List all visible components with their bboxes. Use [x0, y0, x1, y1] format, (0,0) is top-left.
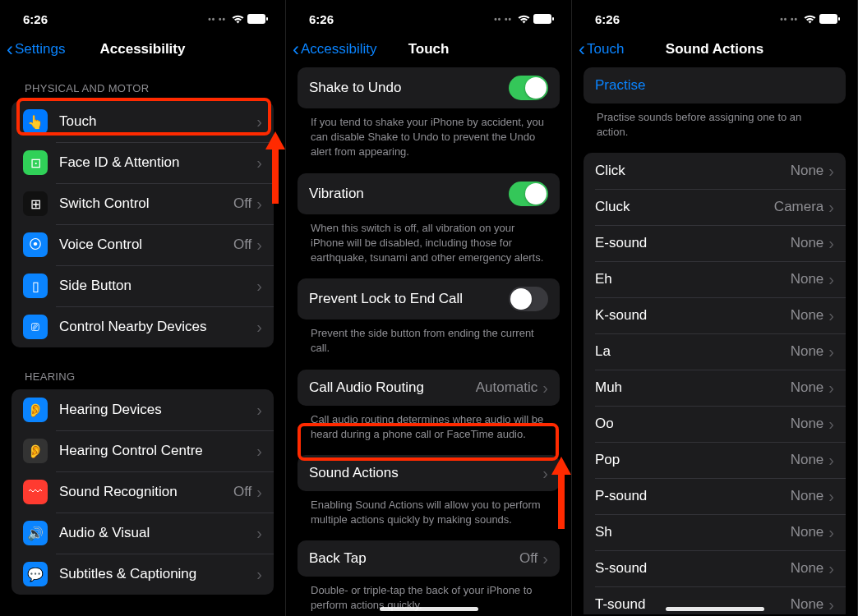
row-label: Prevent Lock to End Call — [309, 291, 509, 307]
row-detail: None — [791, 452, 824, 468]
row-detail: None — [791, 560, 824, 577]
row-sound-recognition[interactable]: 〰 Sound Recognition Off › — [12, 471, 274, 513]
hearing-control-icon: 👂 — [23, 439, 48, 463]
back-label: Accessibility — [301, 41, 377, 57]
row-sound[interactable]: PopNone› — [584, 442, 846, 478]
content-scroll[interactable]: PHYSICAL AND MOTOR 👆 Touch › ⊡ Face ID &… — [0, 67, 285, 614]
chevron-right-icon: › — [256, 566, 262, 582]
wifi-icon — [517, 14, 531, 24]
chevron-left-icon: ‹ — [293, 39, 299, 59]
group-practise: Practise — [584, 67, 846, 103]
chevron-right-icon: › — [828, 343, 834, 360]
row-faceid[interactable]: ⊡ Face ID & Attention › — [12, 142, 274, 183]
row-sound[interactable]: ShNone› — [584, 514, 846, 550]
back-label: Touch — [587, 41, 624, 57]
svg-rect-2 — [533, 14, 551, 24]
row-voicecontrol[interactable]: ⦿ Voice Control Off › — [12, 224, 274, 265]
row-label: Sound Recognition — [59, 484, 233, 500]
content-scroll[interactable]: Practise Practise sounds before assignin… — [572, 67, 857, 614]
battery-icon — [533, 14, 555, 24]
status-icons: •• •• — [208, 14, 269, 24]
row-subtitles[interactable]: 💬 Subtitles & Captioning › — [12, 554, 274, 595]
row-sound[interactable]: E-soundNone› — [584, 225, 846, 261]
toggle-prevent-lock[interactable] — [509, 287, 548, 311]
row-detail: None — [791, 235, 824, 251]
row-audio-visual[interactable]: 🔊 Audio & Visual › — [12, 513, 274, 554]
battery-icon — [819, 14, 841, 24]
row-prevent-lock[interactable]: Prevent Lock to End Call — [298, 278, 560, 319]
chevron-right-icon: › — [828, 452, 834, 468]
row-call-audio[interactable]: Call Audio Routing Automatic › — [298, 370, 560, 406]
back-button[interactable]: ‹ Settings — [7, 39, 65, 59]
row-sound[interactable]: EhNone› — [584, 261, 846, 297]
row-detail: None — [791, 307, 824, 324]
toggle-vibration[interactable] — [509, 182, 548, 206]
group-preventlock: Prevent Lock to End Call — [298, 278, 560, 319]
row-touch[interactable]: 👆 Touch › — [12, 101, 274, 142]
row-detail: Off — [519, 550, 537, 567]
row-label: Click — [595, 163, 791, 179]
cellular-dots-icon: •• •• — [780, 15, 798, 24]
chevron-right-icon: › — [256, 278, 262, 294]
row-label: E-sound — [595, 235, 791, 251]
row-sound[interactable]: CluckCamera› — [584, 189, 846, 225]
row-sound-actions[interactable]: Sound Actions › — [298, 455, 560, 491]
group-backtap: Back Tap Off › — [298, 540, 560, 577]
row-sound[interactable]: MuhNone› — [584, 370, 846, 406]
back-button[interactable]: ‹ Touch — [579, 39, 624, 59]
nearby-devices-icon: ⎚ — [23, 315, 48, 339]
audio-visual-icon: 🔊 — [23, 521, 48, 545]
row-label: Sound Actions — [309, 465, 542, 481]
row-label: Voice Control — [59, 237, 233, 253]
group-physical: 👆 Touch › ⊡ Face ID & Attention › ⊞ Swit… — [12, 101, 274, 347]
row-detail: None — [791, 416, 824, 432]
row-detail: Automatic — [476, 379, 538, 396]
switch-control-icon: ⊞ — [23, 191, 48, 216]
toggle-shake[interactable] — [509, 76, 548, 100]
row-sound[interactable]: S-soundNone› — [584, 550, 846, 586]
row-sound[interactable]: K-soundNone› — [584, 297, 846, 333]
row-detail: None — [791, 163, 824, 179]
content-scroll[interactable]: Shake to Undo If you tend to shake your … — [286, 67, 571, 614]
row-nearby[interactable]: ⎚ Control Nearby Devices › — [12, 306, 274, 347]
row-sound[interactable]: P-soundNone› — [584, 478, 846, 514]
side-button-icon: ▯ — [23, 274, 48, 298]
sound-recognition-icon: 〰 — [23, 480, 48, 504]
row-hearing-devices[interactable]: 👂 Hearing Devices › — [12, 389, 274, 430]
home-indicator[interactable] — [666, 607, 764, 611]
chevron-right-icon: › — [256, 319, 262, 335]
row-sound[interactable]: OoNone› — [584, 406, 846, 442]
chevron-right-icon: › — [828, 488, 834, 504]
row-detail: None — [791, 343, 824, 360]
chevron-right-icon: › — [542, 550, 548, 567]
wifi-icon — [231, 14, 245, 24]
row-practise[interactable]: Practise — [584, 67, 846, 103]
chevron-right-icon: › — [256, 195, 262, 212]
subtitles-icon: 💬 — [23, 562, 48, 586]
chevron-right-icon: › — [256, 484, 262, 500]
row-switchcontrol[interactable]: ⊞ Switch Control Off › — [12, 183, 274, 224]
row-shake-undo[interactable]: Shake to Undo — [298, 67, 560, 108]
chevron-left-icon: ‹ — [7, 39, 13, 59]
screen-accessibility: 6:26 •• •• ‹ Settings Accessibility PHYS… — [0, 0, 286, 616]
row-sound[interactable]: LaNone› — [584, 333, 846, 370]
footer-vibration: When this switch is off, all vibration o… — [298, 214, 560, 266]
nav-bar: ‹ Touch Sound Actions — [572, 30, 857, 67]
chevron-right-icon: › — [828, 379, 834, 396]
row-sidebutton[interactable]: ▯ Side Button › — [12, 265, 274, 306]
row-label: Switch Control — [59, 195, 233, 212]
group-soundactions: Sound Actions › — [298, 455, 560, 491]
home-indicator[interactable] — [380, 607, 478, 611]
group-callaudio: Call Audio Routing Automatic › — [298, 370, 560, 406]
row-label: Side Button — [59, 278, 256, 294]
row-detail: Off — [233, 237, 251, 253]
chevron-right-icon: › — [542, 379, 548, 396]
row-back-tap[interactable]: Back Tap Off › — [298, 540, 560, 577]
row-sound[interactable]: ClickNone› — [584, 153, 846, 189]
row-vibration[interactable]: Vibration — [298, 173, 560, 214]
back-button[interactable]: ‹ Accessibility — [293, 39, 377, 59]
row-label: Call Audio Routing — [309, 379, 476, 396]
chevron-right-icon: › — [828, 307, 834, 324]
row-hearing-control[interactable]: 👂 Hearing Control Centre › — [12, 430, 274, 471]
screen-sound-actions: 6:26 •• •• ‹ Touch Sound Actions Practis… — [572, 0, 858, 616]
